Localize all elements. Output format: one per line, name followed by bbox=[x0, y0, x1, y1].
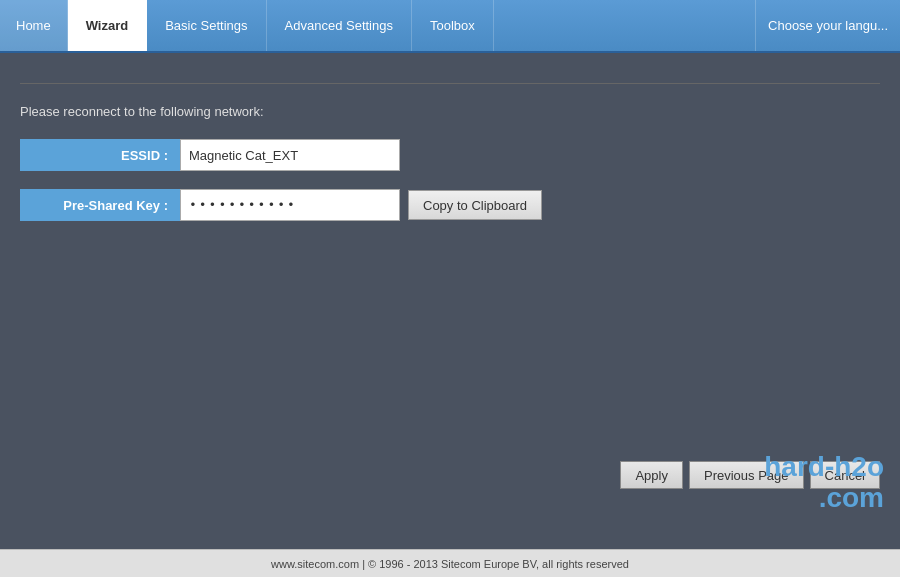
apply-button[interactable]: Apply bbox=[620, 461, 683, 489]
psk-label: Pre-Shared Key : bbox=[20, 189, 180, 221]
action-buttons: Apply Previous Page Cancel bbox=[620, 461, 880, 489]
previous-page-button[interactable]: Previous Page bbox=[689, 461, 804, 489]
essid-label: ESSID : bbox=[20, 139, 180, 171]
main-content: Please reconnect to the following networ… bbox=[0, 53, 900, 549]
tab-home-label: Home bbox=[16, 18, 51, 33]
tab-advanced-settings[interactable]: Advanced Settings bbox=[267, 0, 412, 51]
cancel-label: Cancel bbox=[825, 468, 865, 483]
reconnect-text: Please reconnect to the following networ… bbox=[20, 104, 880, 119]
previous-label: Previous Page bbox=[704, 468, 789, 483]
tab-home[interactable]: Home bbox=[0, 0, 68, 51]
tab-basic-settings[interactable]: Basic Settings bbox=[147, 0, 266, 51]
tab-toolbox-label: Toolbox bbox=[430, 18, 475, 33]
copy-btn-label: Copy to Clipboard bbox=[423, 198, 527, 213]
psk-input[interactable] bbox=[180, 189, 400, 221]
language-selector[interactable]: Choose your langu... bbox=[755, 0, 900, 51]
footer-text: www.sitecom.com | © 1996 - 2013 Sitecom … bbox=[271, 558, 629, 570]
essid-input[interactable] bbox=[180, 139, 400, 171]
tab-wizard-label: Wizard bbox=[86, 18, 129, 33]
language-label: Choose your langu... bbox=[768, 18, 888, 33]
cancel-button[interactable]: Cancel bbox=[810, 461, 880, 489]
tab-basic-settings-label: Basic Settings bbox=[165, 18, 247, 33]
psk-row: Pre-Shared Key : Copy to Clipboard bbox=[20, 189, 880, 221]
essid-row: ESSID : bbox=[20, 139, 880, 171]
footer: www.sitecom.com | © 1996 - 2013 Sitecom … bbox=[0, 549, 900, 577]
tab-toolbox[interactable]: Toolbox bbox=[412, 0, 494, 51]
separator bbox=[20, 83, 880, 84]
tab-advanced-settings-label: Advanced Settings bbox=[285, 18, 393, 33]
apply-label: Apply bbox=[635, 468, 668, 483]
tab-wizard[interactable]: Wizard bbox=[68, 0, 148, 51]
nav-bar: Home Wizard Basic Settings Advanced Sett… bbox=[0, 0, 900, 53]
copy-to-clipboard-button[interactable]: Copy to Clipboard bbox=[408, 190, 542, 220]
